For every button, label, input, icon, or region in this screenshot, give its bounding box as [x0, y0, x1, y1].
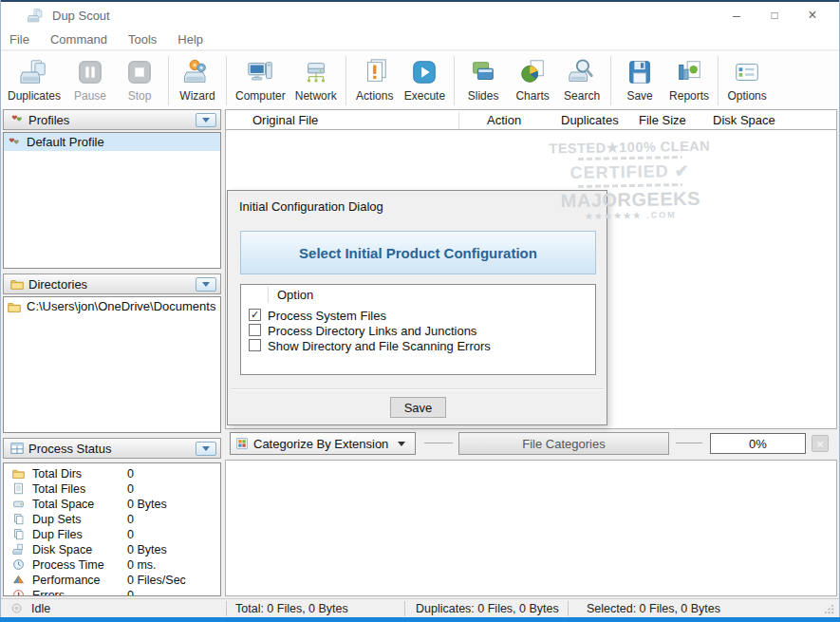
column-file-size[interactable]: File Size — [639, 113, 686, 127]
file-categories-button[interactable]: File Categories — [458, 432, 669, 455]
reports-button[interactable]: Reports — [664, 54, 714, 107]
connector-line — [676, 443, 702, 443]
menu-command[interactable]: Command — [40, 32, 118, 47]
wizard-icon — [183, 58, 212, 86]
directory-item-label: C:\Users\jon\OneDrive\Documents — [27, 299, 215, 313]
profiles-list: Default Profile — [3, 132, 221, 269]
status-total: Total: 0 Files, 0 Bytes — [235, 602, 348, 615]
window-title: Dup Scout — [52, 9, 110, 23]
profiles-panel-header: Profiles — [3, 109, 221, 130]
option-row-scanning-errors[interactable]: Show Directory and File Scanning Errors — [241, 338, 595, 353]
column-original-file[interactable]: Original File — [252, 113, 318, 127]
options-button[interactable]: Options — [722, 54, 772, 107]
file-icon — [12, 482, 25, 495]
wizard-button[interactable]: Wizard — [173, 54, 222, 107]
slides-button[interactable]: Slides — [458, 54, 508, 107]
menu-tools[interactable]: Tools — [118, 32, 167, 47]
process-status-list: Total Dirs 0 Total Files 0 Total Space 0… — [3, 462, 221, 596]
categorize-dropdown[interactable]: Categorize By Extension — [230, 432, 416, 455]
performance-icon — [12, 574, 25, 586]
status-divider — [226, 601, 227, 616]
save-toolbar-button[interactable]: Save — [615, 54, 664, 107]
profiles-dropdown-button[interactable] — [196, 113, 216, 127]
chevron-down-icon — [202, 446, 210, 451]
folder-icon — [10, 277, 24, 291]
close-button[interactable]: × — [793, 2, 831, 28]
disk-files-icon — [12, 543, 25, 556]
option-row-directory-links[interactable]: Process Directory Links and Junctions — [241, 323, 595, 338]
chevron-down-icon — [398, 442, 405, 446]
directory-item[interactable]: C:\Users\jon\OneDrive\Documents — [4, 297, 220, 315]
toolbar-separator — [610, 56, 611, 105]
categories-list-area[interactable] — [225, 460, 837, 596]
profile-item-default[interactable]: Default Profile — [4, 133, 220, 151]
window-border-left — [0, 0, 1, 622]
option-column-divider — [268, 287, 269, 303]
status-row-performance: Performance 0 Files/Sec — [4, 573, 220, 588]
menu-help[interactable]: Help — [167, 32, 214, 47]
minimize-button[interactable]: – — [718, 2, 756, 28]
network-button[interactable]: Network — [290, 54, 342, 107]
slides-icon — [469, 58, 497, 86]
menu-file[interactable]: File — [1, 32, 40, 47]
status-selected: Selected: 0 Files, 0 Bytes — [587, 602, 720, 615]
resize-grip[interactable] — [824, 604, 834, 614]
copy-icon — [12, 528, 25, 540]
search-icon — [568, 58, 596, 86]
column-disk-space[interactable]: Disk Space — [713, 113, 775, 127]
connector-line — [424, 443, 453, 443]
status-row-dup-files: Dup Files 0 — [4, 527, 220, 542]
maximize-button[interactable]: □ — [756, 2, 793, 28]
status-row-process-time: Process Time 0 ms. — [4, 557, 220, 573]
pause-button[interactable]: Pause — [65, 54, 115, 107]
computer-button[interactable]: Computer — [231, 54, 290, 107]
toolbar-separator — [345, 56, 346, 105]
computer-icon — [246, 58, 274, 86]
profile-icon — [8, 136, 21, 149]
actions-icon — [361, 58, 389, 86]
search-button[interactable]: Search — [557, 54, 607, 107]
process-status-dropdown-button[interactable] — [196, 442, 216, 456]
charts-button[interactable]: Charts — [508, 54, 557, 107]
column-divider[interactable] — [458, 112, 459, 129]
checkbox-scanning-errors[interactable] — [249, 339, 261, 351]
status-divider — [404, 601, 405, 616]
progress-close-button[interactable]: × — [812, 435, 829, 452]
toolbar-separator — [226, 56, 227, 105]
actions-button[interactable]: Actions — [350, 54, 400, 107]
status-row-total-space: Total Space 0 Bytes — [4, 497, 220, 512]
dialog-options-list: Option ✓ Process System Files Process Di… — [240, 284, 596, 375]
checkbox-directory-links[interactable] — [249, 324, 261, 336]
directories-panel-title: Directories — [28, 277, 196, 292]
directories-dropdown-button[interactable] — [196, 277, 216, 292]
options-icon — [733, 58, 761, 86]
title-bar: Dup Scout – □ × — [1, 2, 839, 28]
status-state: Idle — [31, 602, 50, 615]
save-button[interactable]: Save — [390, 397, 446, 418]
column-action[interactable]: Action — [487, 113, 521, 127]
toolbar-separator — [454, 56, 455, 105]
toolbar-separator — [718, 56, 719, 105]
status-bar: Idle Total: 0 Files, 0 Bytes Duplicates:… — [1, 598, 839, 617]
window-border-bottom — [0, 617, 840, 622]
categorize-dropdown-value: Categorize By Extension — [253, 437, 398, 451]
stop-icon — [125, 58, 154, 86]
app-window: Dup Scout – □ × File Command Tools Help … — [0, 0, 840, 622]
status-row-total-files: Total Files 0 — [4, 481, 220, 497]
results-column-header: Original File Action Duplicates File Siz… — [225, 109, 837, 130]
checkbox-process-system-files[interactable]: ✓ — [249, 309, 261, 321]
stop-button[interactable]: Stop — [115, 54, 164, 107]
copy-icon — [12, 513, 25, 525]
option-row-process-system-files[interactable]: ✓ Process System Files — [241, 308, 595, 323]
table-icon — [10, 442, 24, 455]
duplicates-button[interactable]: Duplicates — [3, 54, 65, 107]
pause-icon — [76, 58, 104, 86]
status-row-dup-sets: Dup Sets 0 — [4, 512, 220, 527]
initial-configuration-dialog: Initial Configuration Dialog Select Init… — [227, 190, 607, 425]
chevron-down-icon — [202, 282, 210, 287]
charts-icon — [518, 58, 547, 86]
column-duplicates[interactable]: Duplicates — [561, 113, 619, 127]
execute-button[interactable]: Execute — [400, 54, 450, 107]
menu-bar: File Command Tools Help — [1, 28, 839, 50]
window-controls: – □ × — [718, 2, 831, 28]
